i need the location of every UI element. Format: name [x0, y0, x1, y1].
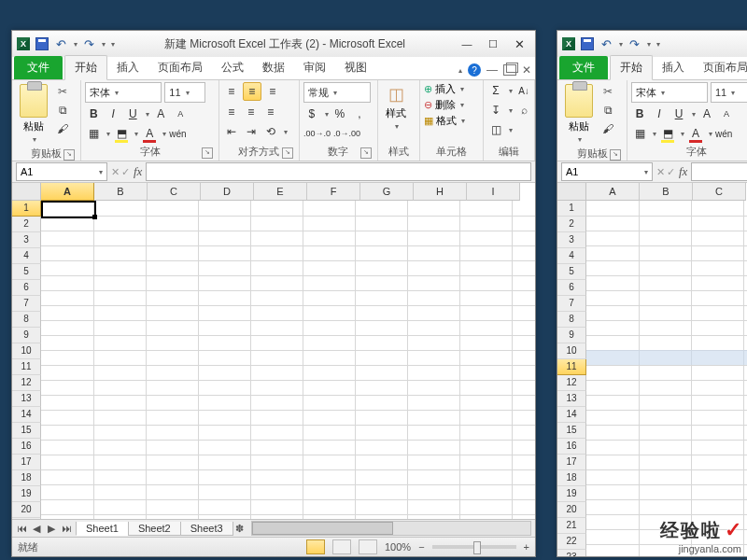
row-header[interactable]: 23: [557, 550, 586, 556]
row-header[interactable]: 1: [557, 201, 586, 217]
italic-button[interactable]: I: [651, 105, 668, 122]
tab-2[interactable]: 页面布局: [148, 56, 212, 79]
row-header[interactable]: 9: [557, 328, 586, 343]
row-header[interactable]: 19: [557, 486, 586, 502]
horizontal-scrollbar[interactable]: [251, 521, 531, 536]
paste-button[interactable]: 粘贴 ▾: [561, 82, 597, 146]
copy-icon[interactable]: ⧉: [600, 103, 615, 118]
zoom-slider[interactable]: [432, 545, 516, 549]
sheet-nav-last-icon[interactable]: ⏭: [59, 523, 74, 535]
font-name-combo[interactable]: 宋体▾: [85, 82, 162, 103]
zoom-level[interactable]: 100%: [385, 541, 411, 553]
clear-icon[interactable]: ◫: [487, 121, 504, 138]
view-normal-icon[interactable]: [306, 539, 325, 554]
zoom-out-icon[interactable]: −: [418, 541, 424, 553]
row-header[interactable]: 6: [12, 280, 41, 296]
column-header[interactable]: G: [360, 183, 414, 201]
tab-5[interactable]: 审阅: [294, 56, 335, 79]
mdi-minimize-icon[interactable]: —: [486, 63, 498, 77]
view-page-break-icon[interactable]: [359, 539, 377, 554]
align-top-icon[interactable]: ≡: [223, 83, 240, 100]
column-header[interactable]: D: [201, 183, 254, 201]
select-all-corner[interactable]: [557, 183, 586, 201]
spreadsheet-grid[interactable]: ABC1234567891011121314151617181920212223…: [557, 183, 747, 556]
increase-decimal-icon[interactable]: .00→.0: [303, 125, 331, 142]
column-header[interactable]: C: [693, 183, 746, 201]
orientation-icon[interactable]: ⟲: [262, 123, 279, 140]
row-header[interactable]: 5: [557, 264, 586, 280]
fx-icon[interactable]: fx: [134, 164, 142, 179]
paste-button[interactable]: 粘贴 ▾: [16, 82, 51, 146]
row-header[interactable]: 14: [557, 407, 586, 423]
row-header[interactable]: 4: [12, 248, 41, 264]
font-size-combo[interactable]: 11▾: [711, 82, 747, 103]
file-tab[interactable]: 文件: [559, 56, 608, 79]
decrease-indent-icon[interactable]: ⇤: [223, 123, 240, 140]
sort-filter-icon[interactable]: A↓: [515, 82, 532, 99]
row-header[interactable]: 8: [12, 312, 41, 328]
row-header[interactable]: 15: [12, 423, 41, 439]
fill-color-button[interactable]: ⬒: [113, 125, 130, 142]
format-painter-icon[interactable]: 🖌: [55, 121, 70, 136]
cells-area[interactable]: [41, 201, 535, 519]
dialog-launcher-icon[interactable]: ↘: [360, 147, 372, 159]
row-header[interactable]: 5: [12, 264, 41, 280]
shrink-font-icon[interactable]: A: [718, 105, 735, 122]
grow-font-icon[interactable]: A: [698, 105, 715, 122]
row-header[interactable]: 16: [12, 439, 41, 455]
row-header[interactable]: 6: [557, 280, 586, 296]
mdi-close-icon[interactable]: ✕: [522, 63, 531, 77]
new-sheet-icon[interactable]: ✽: [233, 523, 247, 535]
font-color-button[interactable]: A: [141, 125, 158, 142]
tab-0[interactable]: 开始: [64, 55, 107, 80]
row-header[interactable]: 3: [12, 232, 41, 248]
column-header[interactable]: F: [307, 183, 360, 201]
column-header[interactable]: I: [467, 183, 520, 201]
cells-area[interactable]: [586, 201, 747, 556]
border-button[interactable]: ▦: [85, 125, 102, 142]
comma-format-icon[interactable]: ,: [351, 105, 368, 122]
row-header[interactable]: 1: [12, 201, 41, 217]
sheet-tab[interactable]: Sheet3: [180, 522, 233, 536]
fill-color-button[interactable]: ⬒: [659, 125, 676, 142]
sheet-tab[interactable]: Sheet2: [128, 522, 181, 536]
cut-icon[interactable]: ✂: [55, 84, 70, 99]
row-header[interactable]: 22: [557, 534, 586, 550]
save-icon[interactable]: [35, 36, 49, 51]
decrease-decimal-icon[interactable]: .0→.00: [333, 125, 360, 142]
row-header[interactable]: 12: [557, 375, 586, 391]
align-right-icon[interactable]: ≡: [262, 104, 279, 120]
undo-icon[interactable]: ↶: [53, 36, 68, 51]
tab-1[interactable]: 插入: [107, 56, 148, 79]
dialog-launcher-icon[interactable]: ↘: [63, 149, 75, 161]
select-all-corner[interactable]: [12, 183, 41, 201]
fill-icon[interactable]: ↧: [487, 102, 504, 119]
row-header[interactable]: 16: [557, 439, 586, 455]
delete-cells-button[interactable]: ⊖删除 ▾: [424, 98, 464, 112]
underline-button[interactable]: U: [124, 105, 141, 122]
row-header[interactable]: 8: [557, 312, 586, 328]
name-box[interactable]: A1▾: [16, 162, 107, 181]
row-header[interactable]: 17: [12, 455, 41, 470]
sheet-nav-prev-icon[interactable]: ◀: [29, 523, 44, 535]
selected-cell[interactable]: [41, 201, 96, 218]
undo-icon[interactable]: ↶: [599, 36, 613, 51]
shrink-font-icon[interactable]: A: [172, 105, 189, 122]
column-header[interactable]: C: [148, 183, 201, 201]
format-painter-icon[interactable]: 🖌: [600, 121, 615, 136]
bold-button[interactable]: B: [631, 105, 648, 122]
row-header[interactable]: 19: [12, 486, 41, 502]
row-header[interactable]: 10: [12, 343, 41, 359]
number-format-combo[interactable]: 常规▾: [303, 82, 371, 103]
row-header[interactable]: 15: [557, 423, 586, 439]
cell-styles-button[interactable]: ◫ 样式 ▾: [382, 82, 410, 133]
close-button[interactable]: ✕: [507, 35, 531, 52]
sheet-nav-first-icon[interactable]: ⏮: [14, 523, 29, 535]
underline-button[interactable]: U: [670, 105, 687, 122]
find-icon[interactable]: ⌕: [515, 102, 532, 119]
phonetic-button[interactable]: wén: [715, 125, 732, 142]
insert-cells-button[interactable]: ⊕插入 ▾: [424, 82, 464, 96]
file-tab[interactable]: 文件: [14, 56, 63, 79]
formula-input[interactable]: [691, 162, 747, 181]
minimize-button[interactable]: —: [455, 35, 479, 52]
